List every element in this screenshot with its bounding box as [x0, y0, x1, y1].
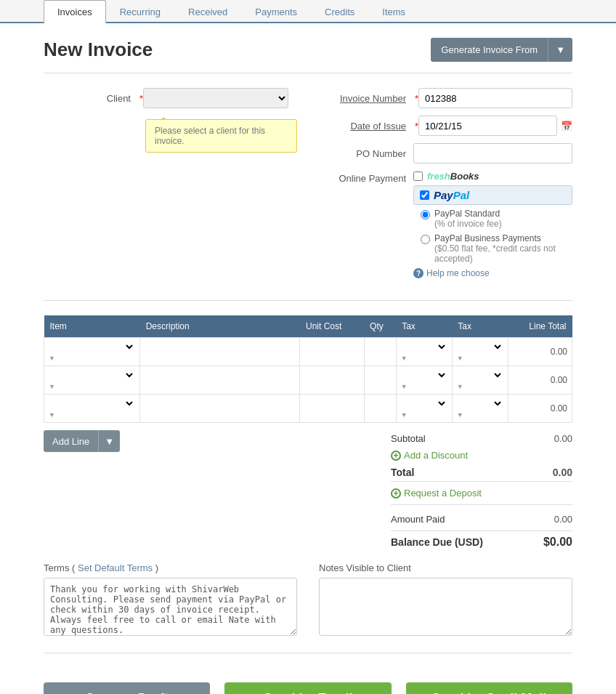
tax2-select-2[interactable] — [457, 369, 503, 381]
summary-panel: Subtotal 0.00 + Add a Discount Total 0.0… — [391, 430, 572, 552]
date-of-issue-row: Date of Issue * 📅 — [319, 116, 572, 136]
qty-input-1[interactable] — [369, 347, 392, 357]
form-right: Invoice Number * Date of Issue * 📅 PO Nu… — [319, 88, 572, 286]
tax1-select-3[interactable] — [401, 398, 447, 409]
items-table: Item Description Unit Cost Qty Tax Tax L… — [44, 315, 572, 423]
qty-input-2[interactable] — [369, 375, 392, 385]
draft-button-wrap: Save as Draft Save this invoice as a dra… — [44, 682, 210, 694]
amount-paid-row: Amount Paid 0.00 — [391, 511, 572, 528]
tax1-select-1[interactable] — [401, 341, 447, 352]
add-line-button[interactable]: Add Line ▼ — [44, 430, 120, 452]
send-by-snail-mail-button[interactable]: Send by Snail Mail — [406, 682, 572, 694]
client-row: Client * — [44, 88, 297, 108]
add-discount-row: + Add a Discount — [391, 447, 572, 464]
email-button-wrap: Send by Email Email this invoice to your… — [224, 682, 391, 694]
date-of-issue-input[interactable] — [418, 116, 557, 136]
tax1-select-2[interactable] — [401, 369, 447, 381]
po-number-input[interactable] — [413, 143, 572, 164]
paypal-business-radio[interactable] — [421, 235, 430, 244]
desc-input-3[interactable] — [145, 403, 295, 413]
help-me-choose-link[interactable]: ? Help me choose — [413, 268, 572, 278]
terms-section: Terms ( Set Default Terms ) Thank you fo… — [44, 562, 572, 653]
tax1-chevron-2: ▼ — [401, 383, 408, 390]
total-row: Total 0.00 — [391, 464, 572, 481]
add-line-label: Add Line — [44, 430, 98, 452]
tab-recurring[interactable]: Recurring — [106, 0, 174, 23]
paypal-standard-radio[interactable] — [421, 210, 430, 219]
item-cell-1: ▼ — [44, 338, 140, 366]
tax2-chevron-1: ▼ — [457, 355, 463, 362]
col-qty: Qty — [364, 315, 396, 338]
total-value: 0.00 — [553, 467, 572, 478]
qty-cell-1 — [364, 338, 396, 366]
qty-input-3[interactable] — [369, 403, 392, 413]
tax2-cell-1: ▼ — [452, 338, 508, 366]
action-buttons: Save as Draft Save this invoice as a dra… — [44, 675, 572, 694]
freshbooks-checkbox[interactable] — [413, 172, 423, 181]
client-tooltip: Please select a client for this invoice. — [145, 119, 297, 153]
terms-textarea[interactable]: Thank you for working with ShivarWeb Con… — [44, 578, 297, 636]
tab-payments[interactable]: Payments — [241, 0, 311, 23]
total-label: Total — [391, 467, 414, 478]
invoice-number-input[interactable] — [418, 88, 572, 108]
paypal-business-detail: ($0.50 flat fee, *credit cards not accep… — [434, 243, 572, 264]
unit-cost-input-2[interactable] — [304, 375, 359, 385]
paypal-checkbox[interactable] — [420, 190, 429, 200]
balance-due-label: Balance Due (USD) — [391, 536, 483, 548]
col-tax2: Tax — [452, 315, 508, 338]
tax2-select-3[interactable] — [457, 398, 503, 409]
help-link-label: Help me choose — [426, 268, 490, 278]
tab-invoices[interactable]: Invoices — [44, 0, 106, 23]
tax1-cell-1: ▼ — [396, 338, 452, 366]
tax2-cell-3: ▼ — [452, 395, 508, 423]
tax2-cell-2: ▼ — [452, 366, 508, 395]
generate-invoice-arrow-icon[interactable]: ▼ — [548, 38, 572, 62]
client-select[interactable] — [143, 88, 288, 108]
tax2-chevron-3: ▼ — [457, 411, 463, 419]
deposit-plus-icon: + — [391, 488, 401, 499]
tax2-select-1[interactable] — [457, 341, 503, 352]
plus-icon: + — [391, 451, 401, 461]
add-discount-label: Add a Discount — [404, 450, 468, 461]
terms-label: Terms ( Set Default Terms ) — [44, 562, 297, 573]
line-total-cell-2: 0.00 — [508, 366, 572, 395]
terms-left: Terms ( Set Default Terms ) Thank you fo… — [44, 562, 297, 638]
add-discount-link[interactable]: + Add a Discount — [391, 450, 468, 461]
add-line-arrow-icon[interactable]: ▼ — [98, 430, 120, 452]
save-as-draft-button[interactable]: Save as Draft — [44, 682, 210, 694]
tab-received[interactable]: Received — [174, 0, 241, 23]
notes-textarea[interactable] — [319, 578, 572, 636]
table-row: ▼ ▼ ▼ 0.00 — [44, 366, 572, 395]
col-line-total: Line Total — [508, 315, 572, 338]
item-select-1[interactable] — [49, 341, 135, 352]
request-deposit-label: Request a Deposit — [404, 488, 482, 499]
client-label: Client — [44, 93, 138, 104]
calendar-icon[interactable]: 📅 — [561, 121, 572, 132]
invoice-number-row: Invoice Number * — [319, 88, 572, 108]
set-default-terms-link[interactable]: Set Default Terms — [78, 562, 153, 573]
tab-items[interactable]: Items — [368, 0, 419, 23]
tax1-chevron-3: ▼ — [401, 411, 408, 419]
desc-input-2[interactable] — [145, 375, 295, 385]
form-left: Client * Please select a client for this… — [44, 88, 297, 286]
tax1-cell-2: ▼ — [396, 366, 452, 395]
desc-input-1[interactable] — [145, 347, 295, 357]
item-chevron-1: ▼ — [49, 355, 55, 362]
item-select-3[interactable] — [49, 398, 135, 409]
item-cell-3: ▼ — [44, 395, 140, 423]
date-of-issue-label: Date of Issue — [319, 121, 413, 132]
item-select-2[interactable] — [49, 369, 135, 381]
col-item: Item — [44, 315, 140, 338]
request-deposit-link[interactable]: + Request a Deposit — [391, 481, 572, 505]
unit-cost-input-3[interactable] — [304, 403, 359, 413]
tab-credits[interactable]: Credits — [311, 0, 368, 23]
balance-due-value: $0.00 — [543, 536, 572, 549]
unit-cost-input-1[interactable] — [304, 347, 359, 357]
terms-right: Notes Visible to Client — [319, 562, 572, 638]
paypal-business-label: PayPal Business Payments — [434, 233, 572, 243]
subtotal-row: Subtotal 0.00 — [391, 430, 572, 447]
unit-cost-cell-2 — [300, 366, 364, 395]
send-by-email-button[interactable]: Send by Email — [224, 682, 391, 694]
subtotal-value: 0.00 — [554, 433, 572, 444]
generate-invoice-button[interactable]: Generate Invoice From ▼ — [431, 38, 572, 62]
